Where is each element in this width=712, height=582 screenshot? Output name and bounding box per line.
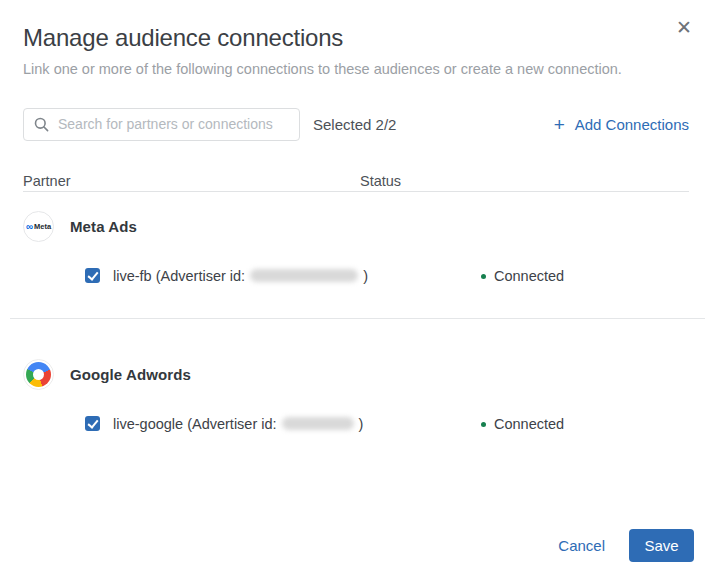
connection-label: live-fb (Advertiser id:) bbox=[113, 261, 368, 291]
search-input[interactable] bbox=[58, 116, 289, 132]
dialog-footer: Cancel Save bbox=[558, 529, 694, 562]
partner-name: Meta Ads bbox=[70, 218, 137, 235]
column-header-partner: Partner bbox=[23, 173, 71, 189]
meta-infinity-glyph: ∞ bbox=[26, 222, 33, 232]
partner-row-google-adwords: Google Adwords bbox=[23, 359, 191, 390]
dialog-subtitle: Link one or more of the following connec… bbox=[23, 61, 622, 77]
status-label: Connected bbox=[494, 268, 564, 284]
connection-label: live-google (Advertiser id:) bbox=[113, 409, 363, 439]
connection-status: Connected bbox=[481, 409, 564, 439]
add-connections-button[interactable]: + Add Connections bbox=[554, 115, 689, 134]
meta-logo-text: Meta bbox=[34, 223, 51, 231]
connection-row-live-google: live-google (Advertiser id:) Connected bbox=[23, 409, 689, 439]
search-box[interactable] bbox=[23, 108, 300, 141]
plus-icon: + bbox=[554, 115, 565, 134]
status-dot-icon bbox=[481, 274, 486, 279]
save-button[interactable]: Save bbox=[629, 529, 694, 562]
close-icon[interactable]: ✕ bbox=[676, 18, 692, 37]
search-icon bbox=[34, 117, 49, 132]
connection-checkbox[interactable] bbox=[85, 268, 100, 283]
connection-row-live-fb: live-fb (Advertiser id:) Connected bbox=[23, 261, 689, 291]
google-adwords-logo-icon bbox=[23, 359, 54, 390]
table-header: Partner Status bbox=[23, 170, 689, 192]
cancel-button[interactable]: Cancel bbox=[558, 537, 605, 554]
column-header-status: Status bbox=[360, 173, 401, 189]
add-connections-label: Add Connections bbox=[575, 116, 689, 133]
redacted-advertiser-id bbox=[282, 417, 354, 430]
selected-count: Selected 2/2 bbox=[313, 116, 396, 133]
partner-row-meta-ads: ∞ Meta Meta Ads bbox=[23, 211, 137, 242]
page-title: Manage audience connections bbox=[23, 24, 343, 52]
status-label: Connected bbox=[494, 416, 564, 432]
toolbar: Selected 2/2 + Add Connections bbox=[23, 107, 689, 141]
connection-checkbox[interactable] bbox=[85, 416, 100, 431]
status-dot-icon bbox=[481, 422, 486, 427]
meta-ads-logo-icon: ∞ Meta bbox=[23, 211, 54, 242]
connection-status: Connected bbox=[481, 261, 564, 291]
partner-name: Google Adwords bbox=[70, 366, 191, 383]
redacted-advertiser-id bbox=[250, 269, 358, 282]
manage-audience-connections-dialog: ✕ Manage audience connections Link one o… bbox=[0, 0, 712, 582]
section-divider bbox=[10, 318, 705, 319]
